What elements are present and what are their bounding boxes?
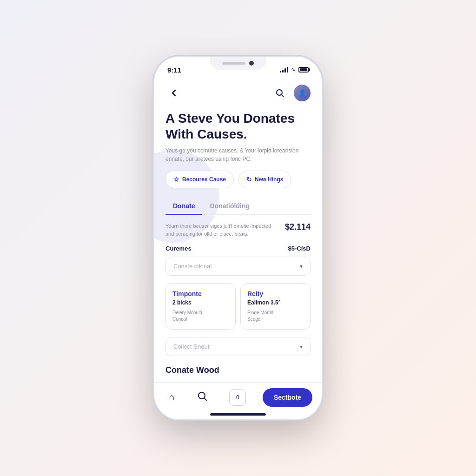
chevron-down-icon: ▾ (300, 263, 303, 270)
currency-dropdown[interactable]: Conste ctional ▾ (165, 257, 311, 276)
card2-subtitle: Ealimon 3.5° (247, 299, 304, 306)
search-nav-item[interactable] (192, 387, 213, 407)
svg-point-0 (277, 90, 282, 95)
tab-donatiólding[interactable]: Donatiólding (202, 198, 257, 214)
card2-title: Rcity (247, 290, 304, 298)
status-time: 9:11 (167, 66, 181, 74)
dropdown1-placeholder: Conste ctional (173, 263, 212, 270)
col-sole: Sole (229, 382, 239, 382)
search-nav-icon (197, 391, 207, 403)
home-nav-item[interactable]: ⌂ (164, 388, 180, 406)
card1-subtitle: 2 bicks (172, 299, 229, 306)
col-total: 18 900.04l (287, 382, 311, 382)
notch-bar (222, 62, 245, 65)
cta-button[interactable]: Sectbote (263, 388, 312, 407)
header: 👤 (154, 77, 322, 107)
cards-row: Timponte 2 bicks Delery Mcoulti Concol R… (165, 283, 311, 330)
action-buttons: ☆ Becoures Cause ↻ New Hings (165, 171, 311, 188)
home-indicator (210, 413, 266, 416)
new-hings-button[interactable]: ↻ New Hings (238, 171, 291, 188)
user-avatar[interactable]: 👤 (294, 85, 311, 101)
hero-title: A Steve You Donates With Causes. (165, 111, 311, 142)
camera-dot (249, 61, 254, 66)
scroll-content: 👤 A Steve You Donates With Causes. Yous … (154, 77, 322, 382)
status-icons: ∿ (280, 66, 309, 73)
table-header: Conner Sole 18 900.04l (165, 382, 311, 382)
search-button[interactable] (271, 85, 288, 101)
svg-point-1 (198, 392, 205, 399)
become-cause-button[interactable]: ☆ Becoures Cause (165, 171, 234, 188)
star-icon: ☆ (173, 176, 179, 183)
currency-section: Curemes $5-CísD (165, 245, 311, 252)
chevron-down-icon-2: ▾ (300, 344, 303, 350)
col-conner: Conner (165, 382, 182, 382)
back-button[interactable] (165, 85, 182, 101)
dropdown2-placeholder: Collect Snout (173, 343, 209, 350)
hero-section: A Steve You Donates With Causes. Yous go… (154, 107, 322, 382)
desc-text: Yourn there beuser siges juit'l bmeite i… (165, 222, 285, 238)
hero-subtitle: Yous go you comutte causes. & Your lorpi… (165, 146, 311, 163)
cart-badge: 0 (229, 389, 246, 406)
notch (210, 57, 266, 70)
description-section: Yourn there beuser siges juit'l bmeite i… (165, 222, 311, 238)
tabs: Donate Donatiólding (165, 198, 311, 215)
section-title: Conate Wood (165, 365, 311, 375)
card1-detail1: Delery Mcoulti (172, 310, 229, 316)
currency-value: $5-CísD (288, 245, 311, 252)
card2-detail1: Ploge Mortid (247, 310, 304, 316)
card2-detail2: Scegd (247, 316, 304, 323)
battery-icon (298, 67, 309, 73)
currency-label: Curemes (165, 245, 192, 252)
card1-detail2: Concol (172, 316, 229, 323)
card1-title: Timponte (172, 290, 229, 298)
status-bar: 9:11 ∿ (154, 57, 322, 77)
card-rcity[interactable]: Rcity Ealimon 3.5° Ploge Mortid Scegd (240, 283, 311, 330)
cart-nav-item[interactable]: 0 (224, 385, 251, 410)
card-timponte[interactable]: Timponte 2 bicks Delery Mcoulti Concol (165, 283, 236, 330)
donation-amount: $2.114 (285, 222, 311, 232)
tab-donate[interactable]: Donate (165, 198, 202, 214)
home-icon: ⌂ (169, 392, 175, 403)
signal-icon (280, 67, 288, 73)
collect-dropdown[interactable]: Collect Snout ▾ (165, 337, 311, 356)
refresh-icon: ↻ (246, 176, 252, 183)
wifi-icon: ∿ (291, 66, 296, 73)
header-actions: 👤 (271, 85, 311, 101)
